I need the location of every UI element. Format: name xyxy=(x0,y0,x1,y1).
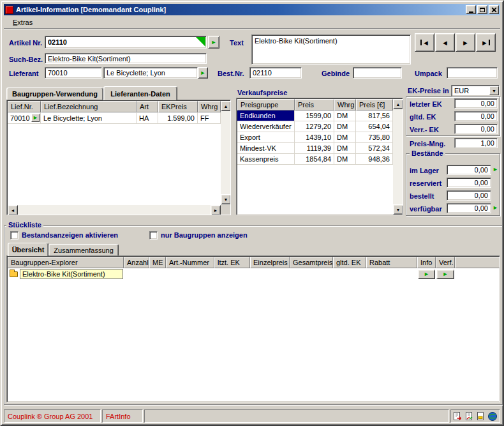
table-cell-whrg[interactable]: DM xyxy=(334,154,356,165)
nav-first-button[interactable]: ◄ xyxy=(415,33,434,52)
artikel-nr-field[interactable]: 02110 xyxy=(45,36,207,49)
table-cell-lief-nr[interactable]: 70010 ► xyxy=(8,112,41,124)
scroll-left-button[interactable]: ◄ xyxy=(8,205,18,215)
status-icon-panel xyxy=(450,409,500,423)
nav-prev-button[interactable]: ◄ xyxy=(435,33,455,52)
table-cell-preisgruppe[interactable]: Kassenpreis xyxy=(237,154,295,165)
table-cell-preisgruppe[interactable]: Export xyxy=(237,132,295,143)
such-bez-field[interactable]: Elektro-Bike Kit(Sortiment) xyxy=(45,53,207,64)
table-cell-ekpreis[interactable]: 1.599,00 xyxy=(158,112,198,124)
table-cell-art[interactable]: HA xyxy=(137,112,158,124)
verr-ek-field[interactable]: 0,00 xyxy=(454,124,498,134)
im-lager-detail-icon[interactable]: ► xyxy=(493,167,498,172)
app-icon[interactable] xyxy=(5,6,13,14)
bestandsanzeigen-checkbox[interactable] xyxy=(10,231,19,240)
table-row: Mindest-VK 1119,39 DM 572,34 xyxy=(237,143,403,154)
info-button[interactable]: ► xyxy=(418,270,435,279)
table-cell-preis-eur[interactable]: 572,34 xyxy=(356,143,393,154)
gebinde-field[interactable] xyxy=(353,67,402,79)
minimize-button[interactable] xyxy=(466,5,476,14)
bestaende-title: Bestände xyxy=(410,149,445,157)
lieferant-name-field[interactable]: Le Bicyclette; Lyon xyxy=(103,67,198,79)
table-row: Export 1439,10 DM 735,80 xyxy=(237,132,403,143)
baugruppen-row[interactable]: Elektro-Bike Kit(Sortiment) ► ► xyxy=(7,268,500,280)
reserviert-field[interactable]: 0,00 xyxy=(447,178,491,188)
note-document-icon[interactable] xyxy=(476,411,485,421)
scroll-down-button[interactable]: ▼ xyxy=(221,194,231,204)
scroll-up-button[interactable]: ▲ xyxy=(221,101,231,111)
maximize-button[interactable] xyxy=(477,5,487,14)
stueckliste-table: Baugruppen-Explorer Anzahl ME Art.-Numme… xyxy=(6,255,500,402)
baugruppen-name-cell[interactable]: Elektro-Bike Kit(Sortiment) xyxy=(20,269,123,279)
transfer-document-icon[interactable] xyxy=(464,411,474,421)
dropdown-button[interactable]: ▼ xyxy=(489,86,499,95)
letzter-ek-field[interactable]: 0,00 xyxy=(454,98,498,109)
nur-baugruppen-checkbox[interactable] xyxy=(149,231,158,240)
column-header-lief-bezeichnung: Lief.Bezeichnung xyxy=(41,101,137,112)
table-cell-preis[interactable]: 1854,84 xyxy=(295,154,334,165)
artikel-lookup-button[interactable]: ► xyxy=(208,36,219,49)
nav-last-button[interactable]: ► xyxy=(476,33,496,52)
table-cell-preis[interactable]: 1279,20 xyxy=(295,121,334,132)
lieferant-lookup-button[interactable]: ► xyxy=(198,67,208,79)
scroll-down-icon: ▼ xyxy=(224,197,228,202)
supplier-detail-button[interactable]: ► xyxy=(31,114,40,122)
table-cell-whrg[interactable]: DM xyxy=(334,121,356,132)
globe-icon[interactable] xyxy=(487,411,498,422)
tab-zusammenfassung[interactable]: Zusammenfassung xyxy=(48,244,119,256)
bestellt-field[interactable]: 0,00 xyxy=(447,190,491,201)
table-cell-whrg[interactable]: DM xyxy=(334,143,356,154)
table-cell-whrg[interactable]: DM xyxy=(334,132,356,143)
column-header-baugruppen-explorer: Baugruppen-Explorer xyxy=(8,257,124,268)
such-bez-label: Such-Bez. xyxy=(9,56,43,63)
window-controls xyxy=(466,5,499,14)
table-cell-preisgruppe[interactable]: Mindest-VK xyxy=(237,143,295,154)
vertical-scrollbar[interactable] xyxy=(221,101,231,205)
table-cell-whrg[interactable]: DM xyxy=(334,110,356,121)
currency-combobox[interactable]: EUR ▼ xyxy=(451,85,500,96)
scroll-up-button[interactable]: ▲ xyxy=(393,99,403,109)
column-header-gesamtpreis: Gesamtpreis xyxy=(290,257,333,268)
export-document-icon[interactable] xyxy=(453,411,463,421)
table-cell-preis[interactable]: 1119,39 xyxy=(295,143,334,154)
text-field[interactable]: Elektro-Bike Kit(Sortiment) xyxy=(251,34,411,65)
verf-button[interactable]: ► xyxy=(436,270,454,279)
lieferant-nr-field[interactable]: 70010 xyxy=(45,67,102,79)
verfuegbar-field[interactable]: 0,00 xyxy=(447,203,491,213)
scroll-right-button[interactable]: ► xyxy=(211,205,221,215)
im-lager-label: im Lager xyxy=(410,167,439,174)
table-cell-preisgruppe[interactable]: Wiederverkäufer xyxy=(237,121,295,132)
nav-next-button[interactable]: ► xyxy=(456,33,475,52)
close-button[interactable] xyxy=(489,5,499,14)
next-record-icon: ► xyxy=(462,39,469,47)
vertical-scrollbar[interactable] xyxy=(393,99,403,215)
preis-mng-field[interactable]: 1,00 xyxy=(454,138,498,148)
tab-lieferanten-daten[interactable]: Lieferanten-Daten xyxy=(103,86,177,100)
green-play-icon: ► xyxy=(200,70,206,76)
best-nr-field[interactable]: 02110 xyxy=(249,67,302,79)
scroll-down-button[interactable]: ▼ xyxy=(393,204,403,215)
verfuegbar-detail-icon[interactable]: ► xyxy=(493,205,498,211)
title-bar: Artikel-Information [Demomandant Couplin… xyxy=(4,4,500,15)
close-icon xyxy=(491,7,497,13)
table-cell-whrg[interactable]: FF xyxy=(198,112,221,124)
table-cell-preisgruppe[interactable]: Endkunden xyxy=(237,110,295,121)
tab-baugruppen-verwendung[interactable]: Baugruppen-Verwendung xyxy=(6,87,103,100)
artikel-nr-label: Artikel Nr. xyxy=(9,39,42,47)
copyright-status: Couplink ® Group AG 2001 xyxy=(4,409,101,423)
umpack-field[interactable] xyxy=(447,67,498,79)
menu-extras[interactable]: Extras xyxy=(9,17,36,27)
table-cell-preis[interactable]: 1439,10 xyxy=(295,132,334,143)
preis-mng-label: Preis-Mng. xyxy=(410,140,445,148)
table-cell-preis-eur[interactable]: 948,36 xyxy=(356,154,393,165)
table-cell-preis-eur[interactable]: 817,56 xyxy=(356,110,393,121)
gltd-ek-field[interactable]: 0,00 xyxy=(454,111,498,121)
im-lager-field[interactable]: 0,00 xyxy=(447,165,491,175)
tab-uebersicht[interactable]: Übersicht xyxy=(8,243,48,256)
horizontal-scrollbar[interactable] xyxy=(8,205,221,215)
table-cell-preis-eur[interactable]: 654,04 xyxy=(356,121,393,132)
lieferanten-table: Lief.Nr. Lief.Bezeichnung Art EKPreis Wh… xyxy=(6,100,231,215)
table-cell-bezeichnung[interactable]: Le Bicyclette; Lyon xyxy=(41,112,137,124)
table-cell-preis-eur[interactable]: 735,80 xyxy=(356,132,393,143)
table-cell-preis[interactable]: 1599,00 xyxy=(295,110,334,121)
